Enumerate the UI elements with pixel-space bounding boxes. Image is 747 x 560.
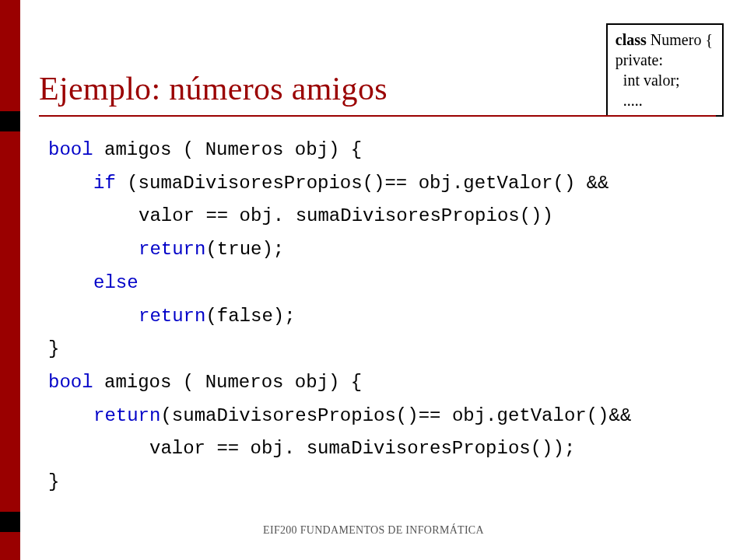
class-keyword: class xyxy=(615,31,647,48)
code-line: bool amigos ( Numeros obj) { xyxy=(48,366,631,400)
class-definition-box: class Numero { private: int valor; ..... xyxy=(606,23,724,117)
code-line: bool amigos ( Numeros obj) { xyxy=(48,134,631,167)
code-line: } xyxy=(48,466,631,499)
keyword-if: if xyxy=(93,173,116,194)
class-box-line: private: xyxy=(615,50,713,70)
code-line: } xyxy=(48,333,631,366)
keyword-return: return xyxy=(139,306,205,327)
class-box-line: class Numero { xyxy=(615,30,713,50)
code-text: (sumaDivisoresPropios()== obj.getValor()… xyxy=(160,405,631,426)
code-line: return(false); xyxy=(139,300,631,334)
keyword-else: else xyxy=(93,272,139,293)
slide-footer: EIF200 FUNDAMENTOS DE INFORMÁTICA xyxy=(0,524,747,537)
accent-square-top xyxy=(0,111,20,131)
code-line: else xyxy=(93,267,631,300)
code-line: if (sumaDivisoresPropios()== obj.getValo… xyxy=(93,167,631,201)
class-box-line: ..... xyxy=(615,90,713,110)
keyword-bool: bool xyxy=(48,139,93,160)
left-accent-bar xyxy=(0,0,20,560)
keyword-return: return xyxy=(93,405,160,426)
title-underline xyxy=(39,115,716,117)
slide-title: Ejemplo: números amigos xyxy=(39,70,388,107)
keyword-return: return xyxy=(139,239,205,260)
code-text: amigos ( Numeros obj) { xyxy=(93,139,363,160)
code-line: valor == obj. sumaDivisoresPropios()); xyxy=(149,432,631,466)
code-text: (sumaDivisoresPropios()== obj.getValor()… xyxy=(116,173,609,194)
code-block: bool amigos ( Numeros obj) { if (sumaDiv… xyxy=(48,134,631,499)
code-text: (false); xyxy=(205,306,295,327)
code-line: valor == obj. sumaDivisoresPropios()) xyxy=(139,200,631,233)
keyword-bool: bool xyxy=(48,372,93,393)
code-text: amigos ( Numeros obj) { xyxy=(93,372,363,393)
code-line: return(true); xyxy=(139,233,631,267)
class-box-line: int valor; xyxy=(615,70,713,90)
code-text: (true); xyxy=(205,239,284,260)
code-line: return(sumaDivisoresPropios()== obj.getV… xyxy=(93,400,631,433)
class-decl-rest: Numero { xyxy=(647,31,713,48)
